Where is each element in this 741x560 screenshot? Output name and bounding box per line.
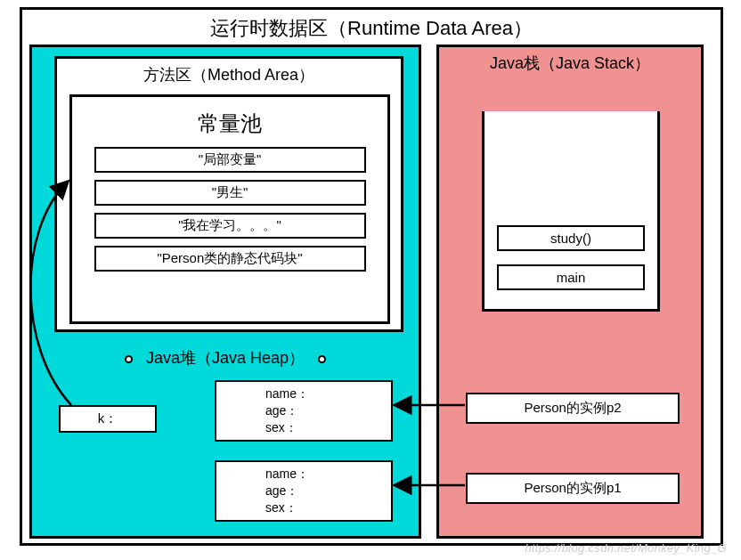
- java-stack-region: Java栈（Java Stack） study() main Person的实例…: [436, 45, 704, 539]
- method-area-title: 方法区（Method Area）: [57, 59, 401, 85]
- stack-frame: main: [497, 264, 645, 290]
- obj-field: age：: [216, 483, 391, 499]
- stack-frame: study(): [497, 225, 645, 251]
- heap-object-2: name： age： sex：: [215, 460, 393, 522]
- heap-object-1: name： age： sex：: [215, 380, 393, 442]
- const-item: "局部变量": [94, 147, 366, 173]
- watermark: https://blog.csdn.net/Monkey_King_G: [525, 541, 727, 555]
- obj-field: name：: [216, 466, 391, 483]
- obj-field: name：: [216, 386, 391, 402]
- constant-pool-title: 常量池: [72, 97, 387, 147]
- const-item: "男生": [94, 180, 366, 206]
- constant-pool-box: 常量池 "局部变量" "男生" "我在学习。。。" "Person类的静态代码块…: [69, 94, 390, 324]
- cyan-region: 方法区（Method Area） 常量池 "局部变量" "男生" "我在学习。。…: [29, 45, 421, 539]
- const-item: "我在学习。。。": [94, 213, 366, 239]
- instance-box-p1: Person的实例p1: [466, 473, 680, 504]
- stack-title: Java栈（Java Stack）: [439, 47, 701, 74]
- heap-k-box: k：: [59, 405, 157, 433]
- obj-field: sex：: [216, 419, 391, 436]
- dot-icon: [318, 355, 326, 363]
- method-area-box: 方法区（Method Area） 常量池 "局部变量" "男生" "我在学习。。…: [54, 56, 403, 332]
- const-item: "Person类的静态代码块": [94, 246, 366, 272]
- heap-title: Java堆（Java Heap）: [146, 349, 305, 367]
- heap-title-row: Java堆（Java Heap）: [32, 347, 419, 369]
- instance-box-p2: Person的实例p2: [466, 393, 680, 424]
- obj-field: sex：: [216, 499, 391, 516]
- main-title: 运行时数据区（Runtime Data Area）: [22, 10, 721, 42]
- dot-icon: [125, 355, 133, 363]
- stack-well: study() main: [482, 111, 660, 312]
- obj-field: age：: [216, 402, 391, 419]
